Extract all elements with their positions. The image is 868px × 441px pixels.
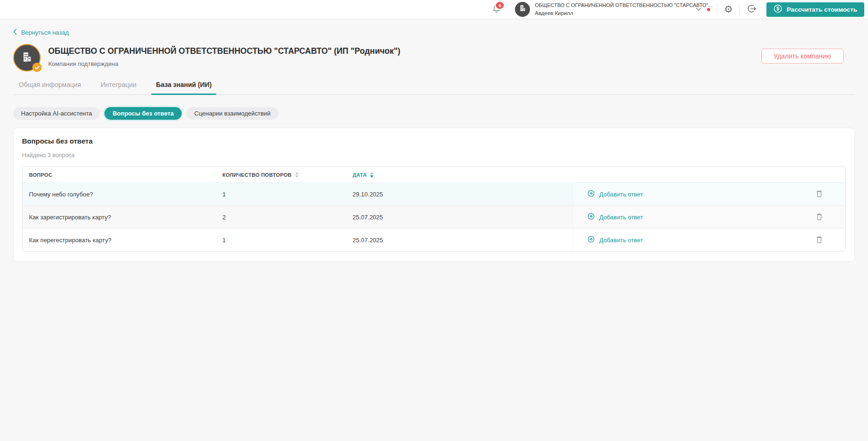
sort-icon — [295, 172, 299, 178]
add-answer-button[interactable]: Добавить ответ — [587, 212, 643, 222]
subtab-interaction-scenarios[interactable]: Сценарии взаимодействий — [186, 107, 279, 120]
date-cell: 25.07.2025 — [346, 237, 573, 244]
question-cell: Как перегестрировать карту? — [22, 237, 216, 244]
table-row: Как зарегистрировать карту? 2 25.07.2025… — [22, 205, 846, 228]
dollar-circle-icon: $ — [773, 4, 782, 14]
result-count: Найдено 3 вопроса — [22, 152, 846, 159]
status-dot — [707, 8, 710, 11]
sort-icon — [370, 172, 374, 178]
plus-circle-icon — [587, 189, 595, 199]
building-icon — [519, 4, 527, 14]
panel-title: Вопросы без ответа — [22, 137, 846, 145]
row-actions: Добавить ответ — [573, 206, 846, 228]
delete-company-button[interactable]: Удалить компанию — [761, 49, 844, 64]
account-menu[interactable]: ОБЩЕСТВО С ОГРАНИЧЕННОЙ ОТВЕТСТВЕННОСТЬЮ… — [515, 2, 689, 17]
column-header-repeat-count[interactable]: КОЛИЧЕСТВО ПОВТОРОВ — [216, 172, 346, 178]
subtab-unanswered-questions[interactable]: Вопросы без ответа — [104, 107, 182, 120]
company-header-left: ОБЩЕСТВО С ОГРАНИЧЕННОЙ ОТВЕТСТВЕННОСТЬЮ… — [13, 44, 400, 72]
repeat-count-cell: 2 — [216, 214, 346, 221]
table-header-row: ВОПРОС КОЛИЧЕСТВО ПОВТОРОВ ДАТА — [22, 167, 846, 182]
question-cell: Почему небо голубое? — [22, 191, 216, 198]
delete-question-button[interactable] — [816, 212, 823, 222]
table-row: Как перегестрировать карту? 1 25.07.2025… — [22, 228, 846, 251]
back-link[interactable]: Вернуться назад — [13, 29, 69, 36]
date-cell: 25.07.2025 — [346, 214, 573, 221]
row-actions: Добавить ответ — [573, 229, 846, 251]
calculate-cost-button[interactable]: $ Рассчитать стоимость — [766, 2, 864, 17]
account-avatar — [515, 2, 530, 17]
company-titles: ОБЩЕСТВО С ОГРАНИЧЕННОЙ ОТВЕТСТВЕННОСТЬЮ… — [48, 44, 400, 72]
repeat-count-cell: 1 — [216, 237, 346, 244]
column-header-question: ВОПРОС — [22, 172, 216, 178]
add-answer-button[interactable]: Добавить ответ — [587, 235, 643, 245]
company-status: Компания подтверждена — [48, 60, 400, 67]
gear-icon[interactable]: ⚙ — [724, 5, 733, 14]
back-link-label: Вернуться назад — [21, 29, 69, 36]
table-row: Почему небо голубое? 1 29.10.2025 Добави… — [22, 182, 846, 205]
notification-count-badge: 6 — [495, 1, 505, 10]
calculate-cost-label: Рассчитать стоимость — [787, 6, 857, 13]
logout-icon — [746, 3, 757, 16]
account-company-name: ОБЩЕСТВО С ОГРАНИЧЕННОЙ ОТВЕТСТВЕННОСТЬЮ… — [535, 2, 689, 9]
topbar: 6 ОБЩЕСТВО С ОГР — [0, 0, 868, 19]
delete-question-button[interactable] — [816, 189, 823, 199]
plus-circle-icon — [587, 235, 595, 245]
chevron-left-icon — [13, 29, 17, 36]
main-content: Вернуться назад — [0, 19, 868, 261]
date-cell: 29.10.2025 — [346, 191, 573, 198]
account-labels: ОБЩЕСТВО С ОГРАНИЧЕННОЙ ОТВЕТСТВЕННОСТЬЮ… — [535, 2, 689, 17]
company-header: ОБЩЕСТВО С ОГРАНИЧЕННОЙ ОТВЕТСТВЕННОСТЬЮ… — [13, 44, 855, 72]
tab-bar: Общая информация Интеграции База знаний … — [13, 81, 855, 95]
tab-general-info[interactable]: Общая информация — [14, 81, 86, 94]
company-avatar — [13, 44, 41, 72]
account-user-name: Авдеев Кирилл — [535, 9, 689, 17]
questions-table: ВОПРОС КОЛИЧЕСТВО ПОВТОРОВ ДАТА Почему н… — [22, 166, 846, 252]
divider — [717, 4, 717, 15]
trash-icon — [816, 235, 823, 245]
add-answer-button[interactable]: Добавить ответ — [587, 189, 643, 199]
delete-question-button[interactable] — [816, 235, 823, 245]
logout-button[interactable] — [746, 3, 757, 16]
app-screen: 6 ОБЩЕСТВО С ОГР — [0, 0, 868, 441]
building-icon — [21, 51, 33, 65]
subtab-ai-assistant-settings[interactable]: Настройка AI-ассистента — [13, 107, 100, 120]
unanswered-questions-panel: Вопросы без ответа Найдено 3 вопроса ВОП… — [13, 128, 855, 261]
tab-knowledge-base[interactable]: База знаний (ИИ) — [151, 81, 216, 94]
question-cell: Как зарегистрировать карту? — [22, 214, 216, 221]
svg-text:$: $ — [777, 6, 780, 11]
notifications-button[interactable]: 6 — [492, 4, 501, 15]
chevron-down-icon[interactable] — [696, 7, 701, 11]
tab-integrations[interactable]: Интеграции — [96, 81, 141, 94]
column-header-date[interactable]: ДАТА — [346, 172, 573, 178]
divider — [739, 4, 740, 15]
trash-icon — [816, 189, 823, 199]
subtab-bar: Настройка AI-ассистента Вопросы без отве… — [13, 107, 855, 120]
page-title: ОБЩЕСТВО С ОГРАНИЧЕННОЙ ОТВЕТСТВЕННОСТЬЮ… — [48, 46, 400, 56]
repeat-count-cell: 1 — [216, 191, 346, 198]
row-actions: Добавить ответ — [573, 183, 846, 205]
trash-icon — [816, 212, 823, 222]
plus-circle-icon — [587, 212, 595, 222]
verified-badge-icon — [32, 63, 42, 72]
